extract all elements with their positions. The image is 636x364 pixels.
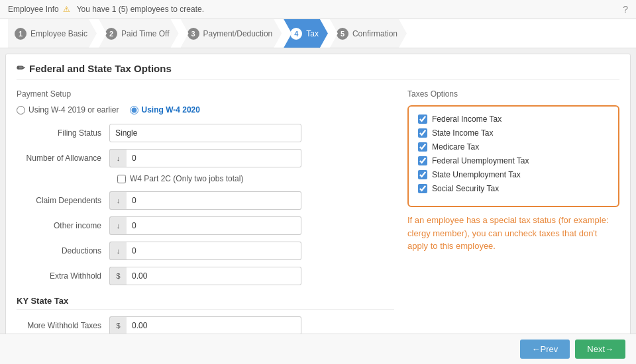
content-area: ✏ Federal and State Tax Options Payment …: [17, 62, 619, 358]
radio-new-w4-label: Using W-4 2020: [142, 105, 200, 114]
taxes-options-box: Federal Income Tax State Income Tax Medi…: [407, 105, 619, 207]
page-wrapper: Employee Info ⚠ You have 1 (5) employees…: [0, 0, 636, 364]
prev-button[interactable]: ←Prev: [520, 340, 570, 359]
filing-status-label: Filing Status: [17, 128, 109, 138]
tax-federal-income-label: Federal Income Tax: [432, 114, 502, 124]
tax-federal-income-checkbox[interactable]: [418, 114, 427, 124]
deductions-input[interactable]: [127, 242, 301, 260]
other-income-icon: ↓: [109, 216, 127, 235]
tax-medicare-checkbox[interactable]: [418, 142, 427, 152]
step-1[interactable]: 1 Employee Basic: [8, 19, 97, 48]
step-3-label: Payment/Deduction: [203, 29, 273, 38]
step-4[interactable]: 4 Tax: [284, 19, 328, 48]
tax-federal-unemployment: Federal Unemployment Tax: [418, 156, 609, 165]
number-allowance-row: Number of Allowance ↓: [17, 149, 394, 167]
more-withhold-input-group: $: [109, 316, 301, 335]
claim-dependents-label: Claim Dependents: [17, 196, 109, 205]
claim-dependents-input-group: ↓: [109, 191, 301, 210]
main-content: ✏ Federal and State Tax Options Payment …: [5, 54, 631, 358]
section-title-text: Federal and State Tax Options: [29, 63, 172, 74]
extra-withhold-input-group: $: [109, 267, 301, 285]
tax-federal-unemployment-checkbox[interactable]: [418, 156, 427, 165]
filing-status-input[interactable]: [109, 124, 301, 142]
more-withhold-input[interactable]: [127, 316, 301, 335]
tax-medicare: Medicare Tax: [418, 142, 609, 152]
step-5-label: Confirmation: [352, 29, 398, 38]
tax-federal-unemployment-label: Federal Unemployment Tax: [432, 156, 529, 165]
deductions-label: Deductions: [17, 246, 109, 255]
next-button[interactable]: Next→: [575, 340, 625, 359]
number-allowance-label: Number of Allowance: [17, 154, 109, 163]
right-column: Taxes Options Federal Income Tax State I…: [407, 89, 619, 358]
step-2[interactable]: 2 Paid Time Off: [99, 19, 178, 48]
other-income-input[interactable]: [127, 216, 301, 235]
extra-withhold-row: Extra Withhold $: [17, 267, 394, 285]
radio-new-w4-input[interactable]: [130, 106, 138, 114]
w4-part-2c-label: W4 Part 2C (Only two jobs total): [130, 174, 243, 183]
tax-state-income-checkbox[interactable]: [418, 128, 427, 138]
step-1-label: Employee Basic: [30, 29, 87, 38]
radio-old-w4[interactable]: Using W-4 2019 or earlier: [17, 105, 119, 114]
pencil-icon: ✏: [17, 62, 25, 74]
step-2-label: Paid Time Off: [121, 29, 169, 38]
number-allowance-input-group: ↓: [109, 149, 301, 167]
tax-state-income-label: State Income Tax: [432, 128, 494, 138]
radio-old-w4-label: Using W-4 2019 or earlier: [28, 105, 119, 114]
number-allowance-input[interactable]: [127, 149, 301, 167]
help-icon[interactable]: ?: [623, 4, 628, 15]
w4-checkbox-row: W4 Part 2C (Only two jobs total): [117, 174, 394, 183]
tax-medicare-label: Medicare Tax: [432, 142, 479, 152]
other-income-input-group: ↓: [109, 216, 301, 235]
radio-old-w4-input[interactable]: [17, 106, 25, 114]
tax-state-unemployment-checkbox[interactable]: [418, 170, 427, 179]
tax-state-income: State Income Tax: [418, 128, 609, 138]
step-nav: 1 Employee Basic 2 Paid Time Off 3 Payme…: [0, 19, 636, 48]
warning-text: You have 1 (5) employees to create.: [77, 5, 204, 14]
step-2-num: 2: [105, 28, 117, 40]
info-label: Employee Info: [8, 5, 59, 14]
taxes-options-label: Taxes Options: [407, 89, 619, 99]
section-title: ✏ Federal and State Tax Options: [17, 62, 619, 80]
claim-dependents-input[interactable]: [127, 191, 301, 210]
step-4-num: 4: [290, 28, 302, 40]
more-withhold-icon: $: [109, 316, 127, 335]
other-income-row: Other income ↓: [17, 216, 394, 235]
step-3[interactable]: 3 Payment/Deduction: [181, 19, 282, 48]
warning-icon: ⚠: [63, 5, 70, 14]
claim-dependents-icon: ↓: [109, 191, 127, 210]
deductions-input-group: ↓: [109, 242, 301, 260]
extra-withhold-icon: $: [109, 267, 127, 285]
two-col-layout: Payment Setup Using W-4 2019 or earlier …: [17, 89, 619, 358]
tax-social-security: Social Security Tax: [418, 184, 609, 193]
ky-state-tax-title: KY State Tax: [17, 296, 394, 310]
filing-status-row: Filing Status: [17, 124, 394, 142]
tax-state-unemployment-label: State Unemployment Tax: [432, 170, 521, 179]
claim-dependents-row: Claim Dependents ↓: [17, 191, 394, 210]
other-income-label: Other income: [17, 221, 109, 230]
radio-new-w4[interactable]: Using W-4 2020: [130, 105, 200, 114]
more-withhold-label: More Withhold Taxes: [17, 321, 109, 330]
extra-withhold-label: Extra Withhold: [17, 271, 109, 281]
help-text: If an employee has a special tax status …: [407, 214, 619, 253]
w4-radio-group: Using W-4 2019 or earlier Using W-4 2020: [17, 105, 394, 114]
tax-federal-income: Federal Income Tax: [418, 114, 609, 124]
payment-setup-label: Payment Setup: [17, 89, 394, 99]
tax-social-security-checkbox[interactable]: [418, 184, 427, 193]
bottom-nav: ←Prev Next→: [0, 334, 636, 364]
tax-social-security-label: Social Security Tax: [432, 184, 499, 193]
step-3-num: 3: [187, 28, 199, 40]
step-4-label: Tax: [306, 29, 319, 38]
step-5[interactable]: 5 Confirmation: [330, 19, 407, 48]
info-bar: Employee Info ⚠ You have 1 (5) employees…: [0, 0, 636, 19]
deductions-icon: ↓: [109, 242, 127, 260]
deductions-row: Deductions ↓: [17, 242, 394, 260]
extra-withhold-input[interactable]: [127, 267, 301, 285]
step-1-num: 1: [15, 28, 26, 40]
allowance-icon: ↓: [109, 149, 127, 167]
more-withhold-row: More Withhold Taxes $: [17, 316, 394, 335]
left-column: Payment Setup Using W-4 2019 or earlier …: [17, 89, 394, 358]
w4-part-2c-checkbox[interactable]: [117, 175, 126, 183]
step-5-num: 5: [337, 28, 348, 40]
tax-state-unemployment: State Unemployment Tax: [418, 170, 609, 179]
